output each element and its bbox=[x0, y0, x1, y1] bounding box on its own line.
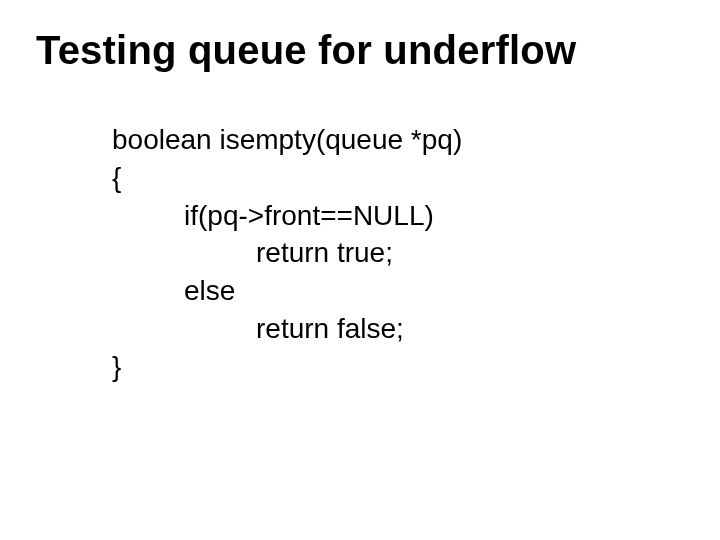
code-line-else: else bbox=[112, 272, 684, 310]
code-line-open-brace: { bbox=[112, 159, 684, 197]
slide: Testing queue for underflow boolean isem… bbox=[0, 0, 720, 540]
code-block: boolean isempty(queue *pq) { if(pq->fron… bbox=[112, 121, 684, 386]
code-line-return-true: return true; bbox=[112, 234, 684, 272]
code-line-close-brace: } bbox=[112, 348, 684, 386]
code-line-signature: boolean isempty(queue *pq) bbox=[112, 121, 684, 159]
code-line-return-false: return false; bbox=[112, 310, 684, 348]
slide-title: Testing queue for underflow bbox=[36, 28, 684, 73]
code-line-if: if(pq->front==NULL) bbox=[112, 197, 684, 235]
